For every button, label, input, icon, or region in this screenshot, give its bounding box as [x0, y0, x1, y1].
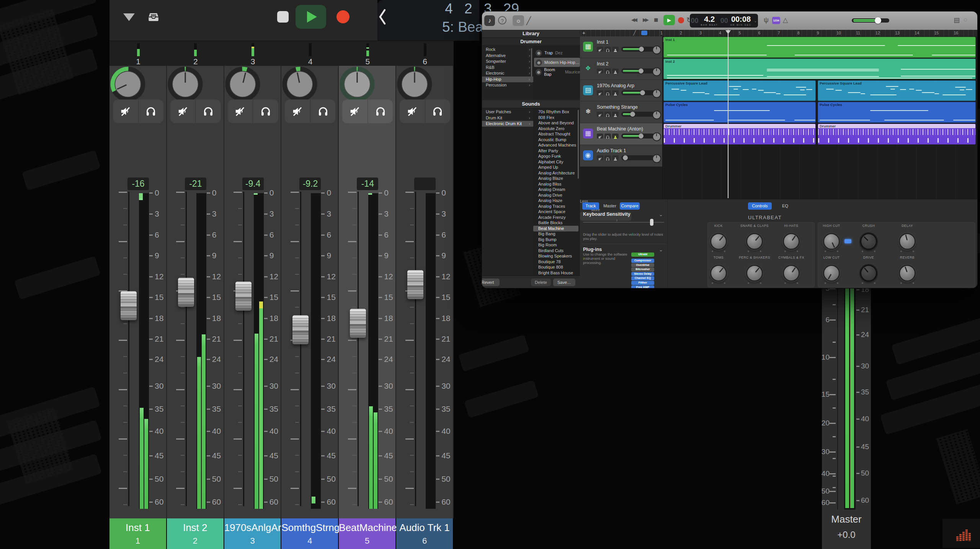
sound-item[interactable]: Analog Traces — [533, 204, 578, 209]
mute-button[interactable] — [342, 99, 368, 123]
playhead-marker[interactable] — [725, 30, 731, 34]
track-solo-button[interactable] — [604, 112, 611, 117]
region-percussive-square-lead[interactable]: Percussive Square Lead — [818, 80, 976, 101]
library-category-songwriter[interactable]: Songwriter› — [482, 59, 533, 64]
sound-item[interactable]: Analog Haze — [533, 198, 578, 204]
add-track-button[interactable]: + — [582, 30, 585, 36]
fader-cap[interactable] — [235, 282, 252, 311]
region-inst-1[interactable]: Inst 1 — [663, 37, 976, 58]
library-category-electronic[interactable]: Electronic› — [482, 70, 533, 76]
list-icon[interactable]: ▤ — [954, 16, 960, 24]
track-header-3[interactable]: ▤1970s Analog Arp — [580, 80, 662, 102]
count-in-button[interactable]: 1234 — [772, 17, 780, 24]
headphones-button[interactable] — [139, 99, 164, 123]
sound-item[interactable]: Amped Up — [533, 165, 578, 170]
channel-number[interactable]: 3 — [245, 57, 261, 66]
sound-item[interactable]: Bright Bass House — [533, 270, 578, 276]
master-fader-line[interactable] — [837, 275, 838, 510]
track-mute-button[interactable] — [597, 90, 603, 95]
sound-item[interactable]: Analog Drive — [533, 192, 578, 198]
knob-drive[interactable] — [860, 265, 877, 282]
track-input-button[interactable] — [612, 155, 619, 160]
knob-hi-hats[interactable] — [783, 233, 800, 250]
tuner-icon[interactable]: ψ — [764, 16, 769, 24]
track-input-button[interactable] — [612, 90, 619, 95]
lcd-chevron-icon[interactable]: ⌄ — [754, 19, 757, 23]
back-chevron-icon[interactable] — [377, 8, 387, 28]
tab-compare[interactable]: Compare — [620, 202, 640, 210]
sound-item[interactable]: Advanced Machines — [533, 142, 578, 148]
highcut-led[interactable] — [844, 239, 851, 243]
sound-item[interactable]: 70s Rhythm Box — [533, 109, 578, 115]
plugin-channel-eq[interactable]: Channel EQ — [631, 276, 654, 280]
record-button[interactable] — [678, 17, 684, 23]
track-volume-slider[interactable] — [621, 134, 655, 138]
plugin-stereo-delay[interactable]: Stereo Delay — [631, 272, 654, 276]
track-header-1[interactable]: ▦Inst 1 — [580, 36, 662, 58]
track-mute-button[interactable] — [597, 112, 603, 117]
slider-knob[interactable] — [630, 112, 635, 117]
slider-knob[interactable] — [640, 90, 645, 95]
tab-eq[interactable]: EQ — [773, 202, 797, 210]
sound-item[interactable]: Analog Dream — [533, 187, 578, 192]
sound-item[interactable]: Acoustic Bump — [533, 137, 578, 143]
fader-cap[interactable] — [407, 270, 423, 299]
track-solo-button[interactable] — [604, 68, 611, 73]
forward-button[interactable]: ▶▶ — [643, 17, 647, 23]
sound-item[interactable]: Abstract Thought — [533, 131, 578, 137]
track-volume-slider[interactable] — [621, 68, 655, 73]
tab-controls[interactable]: Controls — [748, 202, 772, 210]
mute-button[interactable] — [228, 99, 253, 123]
track-header-4[interactable]: ❄Something Strange — [580, 101, 662, 123]
sound-item[interactable]: Boutique 808 — [533, 264, 578, 270]
volume-knob[interactable] — [875, 17, 881, 24]
sound-item[interactable]: Birdland Cuts — [533, 248, 578, 254]
channel-number[interactable]: 4 — [302, 57, 318, 66]
catch-button[interactable] — [641, 31, 647, 35]
pan-knob[interactable] — [339, 66, 376, 103]
track-volume-slider[interactable] — [621, 47, 655, 52]
plugin-filther[interactable]: Filther — [631, 281, 654, 285]
track-input-button[interactable] — [612, 47, 619, 52]
sound-item[interactable]: Big Bump — [533, 237, 578, 243]
fader-cap[interactable] — [292, 315, 309, 344]
db-value[interactable]: -9.2 — [299, 178, 321, 190]
library-category-alternative[interactable]: Alternative› — [482, 53, 533, 59]
db-value[interactable]: -9.4 — [242, 178, 264, 190]
rewind-button[interactable]: ◀◀ — [631, 17, 636, 23]
volume-slider[interactable] — [852, 18, 889, 23]
slider-knob[interactable] — [639, 134, 644, 138]
region-pulse-cycles[interactable]: Pulse Cycles — [663, 102, 816, 123]
drummer-item[interactable]: ☻TrapDez — [534, 48, 580, 57]
track-mute-button[interactable] — [597, 155, 603, 160]
track-volume-slider[interactable] — [621, 90, 655, 95]
track-volume-slider[interactable] — [621, 155, 655, 160]
region-drummer[interactable]: Drummer — [663, 124, 816, 145]
library-category-hiphop[interactable]: Hip-Hop› — [482, 77, 533, 82]
track-mute-button[interactable] — [597, 68, 603, 73]
pan-knob[interactable] — [281, 66, 318, 103]
playhead[interactable] — [728, 30, 728, 198]
track-pan-knob[interactable] — [652, 132, 661, 141]
knob-perc-shakers[interactable] — [746, 265, 763, 282]
app-icon[interactable]: ♪ — [484, 15, 495, 26]
sound-item[interactable]: Analog Bliss — [533, 181, 578, 187]
tab-track[interactable]: Track — [582, 202, 599, 210]
track-pan-knob[interactable] — [652, 46, 661, 54]
disclosure-triangle-icon[interactable] — [123, 13, 135, 21]
plugin-ultrabt[interactable]: Ultrabt — [631, 253, 654, 257]
sound-item[interactable]: Above and Beyond — [533, 120, 578, 126]
track-name-plate[interactable]: Audio Trk 16 — [396, 518, 453, 549]
sound-item[interactable]: Alphabet City — [533, 159, 578, 165]
knob-kick[interactable] — [710, 233, 727, 250]
track-volume-slider[interactable] — [621, 112, 655, 117]
edit-icon[interactable]: ╱ — [633, 30, 636, 36]
sound-item[interactable]: Big Room — [533, 242, 578, 248]
track-name-plate[interactable]: 1970sAnlgAr3 — [224, 518, 281, 549]
stop-button[interactable] — [277, 11, 289, 23]
mute-button[interactable] — [285, 99, 310, 123]
track-solo-button[interactable] — [604, 47, 611, 52]
track-header-6[interactable]: ◉Audio Track 1 — [580, 145, 662, 167]
sound-item[interactable]: Ancient Space — [533, 209, 578, 215]
tab-master[interactable]: Master — [601, 202, 618, 210]
